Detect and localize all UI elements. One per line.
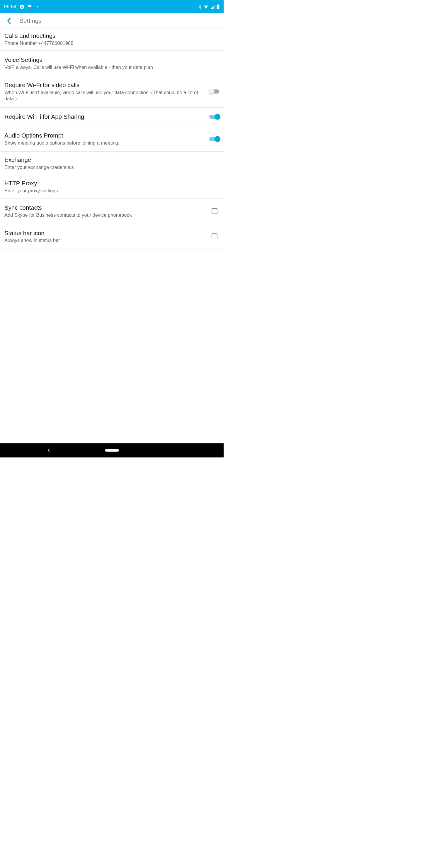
row-title: Exchange — [4, 156, 215, 164]
row-title: Voice Settings — [4, 56, 215, 64]
checkbox-status-bar-icon[interactable] — [212, 234, 218, 239]
row-title: Calls and meetings — [4, 32, 215, 39]
row-title: Status bar icon — [4, 229, 207, 237]
toggle-wifi-video[interactable] — [209, 89, 219, 94]
app-bar: Settings — [0, 13, 224, 28]
row-sync-contacts[interactable]: Sync contacts Add Skype for Business con… — [0, 198, 224, 224]
bluetooth-icon — [198, 4, 202, 9]
back-button[interactable] — [3, 16, 14, 26]
android-status-bar: 09:54 ● — [0, 0, 224, 13]
row-status-bar-icon[interactable]: Status bar icon Always show in status ba… — [0, 224, 224, 250]
page-title: Settings — [19, 17, 42, 24]
nav-home-pill[interactable] — [105, 449, 119, 452]
row-sub: Enter your proxy settings — [4, 188, 215, 194]
toggle-wifi-sharing[interactable] — [209, 115, 219, 119]
row-title: Require Wi-Fi for App Sharing — [4, 113, 205, 121]
row-wifi-video[interactable]: Require Wi-Fi for video calls When Wi-Fi… — [0, 76, 224, 107]
settings-list: Calls and meetings Phone Number +4477660… — [0, 28, 224, 443]
battery-icon — [217, 4, 220, 9]
chevron-left-icon — [7, 18, 11, 24]
row-title: Sync contacts — [4, 204, 207, 211]
svg-rect-2 — [217, 5, 220, 9]
nav-back-button[interactable] — [47, 447, 51, 453]
android-nav-bar — [0, 443, 224, 458]
row-sub: VoIP always. Calls will use Wi-Fi when a… — [4, 64, 215, 70]
wifi-icon — [203, 5, 209, 9]
image-icon — [27, 4, 32, 9]
signal-icon — [210, 5, 215, 9]
checkbox-sync-contacts[interactable] — [212, 208, 218, 214]
row-calls-meetings[interactable]: Calls and meetings Phone Number +4477660… — [0, 28, 224, 51]
svg-rect-3 — [218, 4, 219, 5]
row-voice-settings[interactable]: Voice Settings VoIP always. Calls will u… — [0, 51, 224, 76]
row-audio-prompt[interactable]: Audio Options Prompt Show meeting audio … — [0, 126, 224, 152]
row-sub: Phone Number +447766001988 — [4, 40, 215, 46]
row-exchange[interactable]: Exchange Enter your exchange credentials — [0, 152, 224, 175]
row-sub: Always show in status bar — [4, 237, 207, 243]
row-title: Audio Options Prompt — [4, 132, 205, 139]
toggle-audio-prompt[interactable] — [209, 137, 219, 141]
dot-icon: ● — [37, 5, 39, 8]
row-sub: Enter your exchange credentials — [4, 164, 215, 170]
spotify-icon — [20, 4, 24, 9]
row-http-proxy[interactable]: HTTP Proxy Enter your proxy settings — [0, 175, 224, 198]
row-wifi-sharing[interactable]: Require Wi-Fi for App Sharing — [0, 107, 224, 127]
row-title: HTTP Proxy — [4, 180, 215, 187]
row-title: Require Wi-Fi for video calls — [4, 81, 205, 89]
row-sub: Show meeting audio options before joinin… — [4, 140, 205, 146]
row-sub: Add Skype for Business contacts to your … — [4, 212, 207, 218]
status-time: 09:54 — [4, 4, 17, 9]
row-sub: When Wi-Fi isn't available, video calls … — [4, 89, 205, 102]
